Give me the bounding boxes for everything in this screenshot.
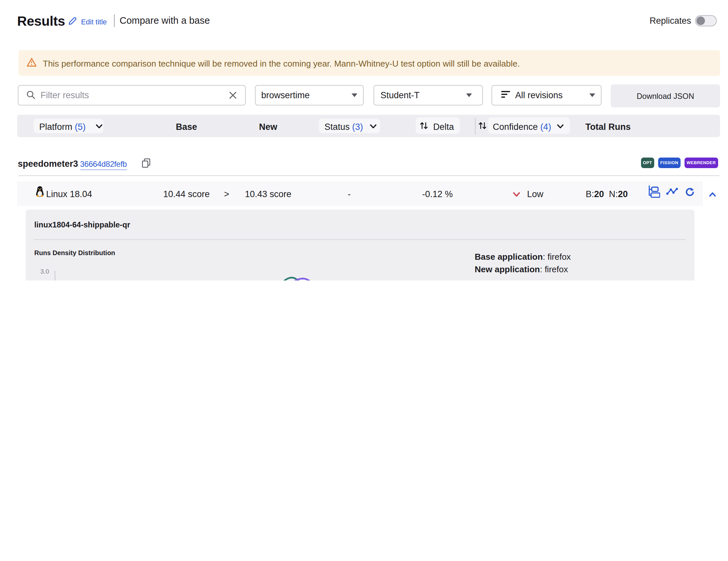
- svg-text:3.0: 3.0: [41, 268, 49, 275]
